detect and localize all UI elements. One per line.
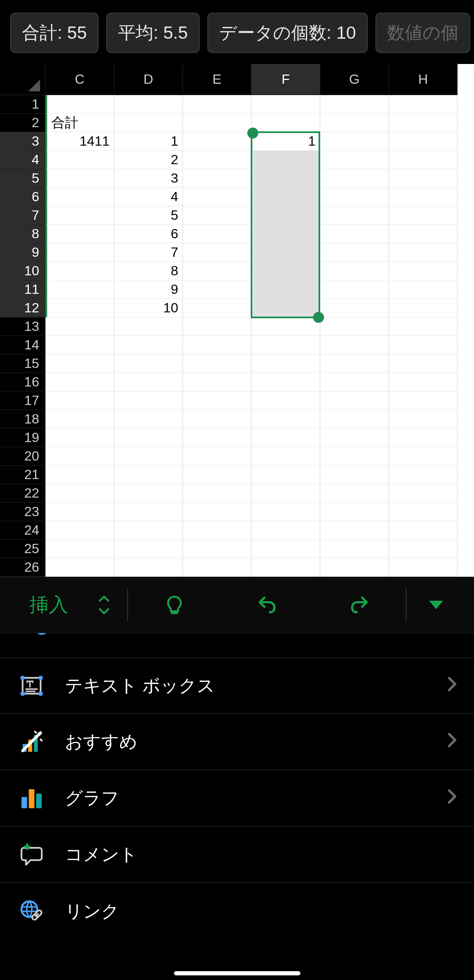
- cell-H7[interactable]: [389, 206, 458, 225]
- cell-E1[interactable]: [183, 95, 252, 114]
- menu-item-recommend[interactable]: おすすめ: [0, 714, 474, 770]
- ribbon-switch-button[interactable]: [81, 577, 127, 633]
- redo-button[interactable]: [313, 577, 406, 633]
- cell-C10[interactable]: [46, 262, 114, 280]
- cell-G6[interactable]: [320, 188, 389, 206]
- cell-C22[interactable]: [46, 484, 114, 503]
- cell-C25[interactable]: [46, 540, 114, 558]
- home-indicator[interactable]: [0, 967, 474, 980]
- cell-C2[interactable]: 合計: [46, 114, 114, 132]
- cell-E10[interactable]: [183, 262, 252, 280]
- cell-F19[interactable]: [252, 429, 320, 447]
- column-header-D[interactable]: D: [114, 64, 183, 95]
- cell-D14[interactable]: [114, 336, 183, 354]
- cell-H6[interactable]: [389, 188, 458, 206]
- cell-E18[interactable]: [183, 410, 252, 429]
- cell-E21[interactable]: [183, 466, 252, 484]
- row-header-4[interactable]: 4: [0, 151, 46, 169]
- cell-C26[interactable]: [46, 558, 114, 577]
- cell-H9[interactable]: [389, 243, 458, 262]
- cell-D16[interactable]: [114, 373, 183, 391]
- row-header-6[interactable]: 6: [0, 188, 46, 206]
- cell-C4[interactable]: [46, 151, 114, 169]
- cell-G3[interactable]: [320, 132, 389, 151]
- cell-C19[interactable]: [46, 429, 114, 447]
- cell-G21[interactable]: [320, 466, 389, 484]
- cell-E17[interactable]: [183, 391, 252, 410]
- select-all-corner[interactable]: [0, 64, 46, 95]
- cell-C14[interactable]: [46, 336, 114, 354]
- cell-D2[interactable]: [114, 114, 183, 132]
- cell-F7[interactable]: 5: [252, 206, 320, 225]
- column-header-E[interactable]: E: [183, 64, 252, 95]
- cell-H10[interactable]: [389, 262, 458, 280]
- cell-F14[interactable]: [252, 336, 320, 354]
- cell-G12[interactable]: [320, 299, 389, 317]
- cell-C13[interactable]: [46, 317, 114, 336]
- cell-E23[interactable]: [183, 503, 252, 521]
- cell-E19[interactable]: [183, 429, 252, 447]
- cell-E15[interactable]: [183, 354, 252, 373]
- stat-count[interactable]: データの個数: 10: [207, 13, 368, 53]
- cell-G1[interactable]: [320, 95, 389, 114]
- row-header-15[interactable]: 15: [0, 354, 46, 373]
- cell-E13[interactable]: [183, 317, 252, 336]
- cell-G2[interactable]: [320, 114, 389, 132]
- cell-H2[interactable]: [389, 114, 458, 132]
- cell-G4[interactable]: [320, 151, 389, 169]
- cell-G20[interactable]: [320, 447, 389, 466]
- cell-C9[interactable]: [46, 243, 114, 262]
- row-header-16[interactable]: 16: [0, 373, 46, 391]
- cell-F2[interactable]: [252, 114, 320, 132]
- cell-D9[interactable]: 7: [114, 243, 183, 262]
- cell-D4[interactable]: 2: [114, 151, 183, 169]
- cell-D17[interactable]: [114, 391, 183, 410]
- row-header-8[interactable]: 8: [0, 225, 46, 243]
- cell-E8[interactable]: [183, 225, 252, 243]
- cell-C12[interactable]: [46, 299, 114, 317]
- cell-H18[interactable]: [389, 410, 458, 429]
- cell-C3[interactable]: 1411: [46, 132, 114, 151]
- menu-item-textbox[interactable]: テキスト ボックス: [0, 658, 474, 714]
- row-header-17[interactable]: 17: [0, 391, 46, 410]
- cell-G22[interactable]: [320, 484, 389, 503]
- row-header-1[interactable]: 1: [0, 95, 46, 114]
- cell-D18[interactable]: [114, 410, 183, 429]
- row-header-18[interactable]: 18: [0, 410, 46, 429]
- cell-C20[interactable]: [46, 447, 114, 466]
- cell-H8[interactable]: [389, 225, 458, 243]
- cell-F6[interactable]: 4: [252, 188, 320, 206]
- cell-E2[interactable]: [183, 114, 252, 132]
- cell-F23[interactable]: [252, 503, 320, 521]
- cell-F10[interactable]: 8: [252, 262, 320, 280]
- cell-H12[interactable]: [389, 299, 458, 317]
- cell-G26[interactable]: [320, 558, 389, 577]
- cell-D3[interactable]: 1: [114, 132, 183, 151]
- row-header-19[interactable]: 19: [0, 429, 46, 447]
- stat-sum[interactable]: 合計: 55: [10, 13, 99, 53]
- row-header-21[interactable]: 21: [0, 466, 46, 484]
- cell-G10[interactable]: [320, 262, 389, 280]
- cell-D25[interactable]: [114, 540, 183, 558]
- cell-E16[interactable]: [183, 373, 252, 391]
- cell-H23[interactable]: [389, 503, 458, 521]
- cell-E12[interactable]: [183, 299, 252, 317]
- row-header-13[interactable]: 13: [0, 317, 46, 336]
- cell-F17[interactable]: [252, 391, 320, 410]
- cell-D23[interactable]: [114, 503, 183, 521]
- cell-G9[interactable]: [320, 243, 389, 262]
- collapse-panel-button[interactable]: [407, 577, 466, 633]
- cell-G14[interactable]: [320, 336, 389, 354]
- cell-E4[interactable]: [183, 151, 252, 169]
- cell-H17[interactable]: [389, 391, 458, 410]
- cell-F20[interactable]: [252, 447, 320, 466]
- cell-E22[interactable]: [183, 484, 252, 503]
- cell-D26[interactable]: [114, 558, 183, 577]
- row-header-5[interactable]: 5: [0, 169, 46, 188]
- cell-D11[interactable]: 9: [114, 280, 183, 299]
- row-header-3[interactable]: 3: [0, 132, 46, 151]
- cell-D7[interactable]: 5: [114, 206, 183, 225]
- cell-C17[interactable]: [46, 391, 114, 410]
- cell-G5[interactable]: [320, 169, 389, 188]
- column-header-F[interactable]: F: [252, 64, 320, 95]
